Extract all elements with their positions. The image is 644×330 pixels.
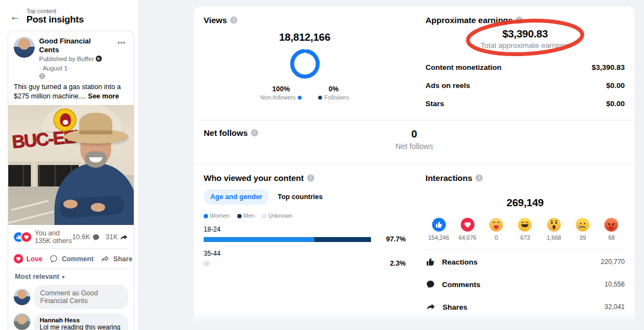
views-panel: Views i 18,812,166 100% Non-followers [194,7,416,120]
row-label: Reactions [442,258,478,266]
who-viewed-panel: Who viewed your content i Age and gender… [194,164,416,324]
reaction-count: 39 [571,234,595,241]
info-icon[interactable]: i [307,174,314,182]
followers-label: Followers [324,94,349,101]
row-label: Comments [442,280,481,289]
comment-text: Lol me reading this wearing my buccees p… [40,323,123,330]
comment-text-body: Lol me reading this wearing my buccees p… [40,323,121,330]
chevron-down-icon: ▾ [62,274,65,280]
reaction-care: 0 [484,218,509,241]
post-image[interactable]: BUC-EE'S [8,105,134,225]
avatar[interactable] [14,37,35,58]
comment-bubble-icon [425,279,435,289]
row-value: 32,041 [604,303,625,311]
love-label: Love [26,255,42,263]
row-value: $0.00 [606,81,625,90]
comment-sort-dropdown[interactable]: Most relevant ▾ [8,269,134,283]
interactions-total: 269,149 [425,197,625,209]
love-reaction-icon [21,232,31,242]
men-label: Men [243,212,254,219]
row-value: 220,770 [601,258,625,266]
row-label: Shares [443,303,467,311]
earnings-title: Approximate earnings [425,15,512,25]
views-donut-chart [289,48,321,80]
info-icon[interactable]: i [230,16,237,24]
love-button[interactable]: Love [10,252,46,266]
reaction-love: 64,076 [455,218,479,241]
reactions-breakdown: 154,246 64,076 0 673 1,668 [425,218,625,241]
info-icon[interactable]: i [516,16,523,24]
age-bar-18-24: 18-24 97.7% [204,226,406,243]
row-label: Ads on reels [425,81,470,90]
back-arrow-icon[interactable]: ← [10,12,20,21]
reaction-count: 154,246 [427,234,451,241]
non-followers-pct: 100% [260,85,302,93]
tab-age-and-gender[interactable]: Age and gender [204,189,269,205]
earnings-row-stars: Stars $0.00 [425,95,625,113]
views-total: 18,812,166 [204,31,406,43]
bar-track [204,237,375,242]
tab-top-countries[interactable]: Top countries [277,193,323,201]
bar-segment-women [204,237,314,242]
bar-label: 18-24 [204,226,406,233]
bar-track [204,261,375,266]
row-value: 10,556 [604,280,625,288]
row-label: Content monetization [425,63,501,72]
reaction-haha: 673 [513,218,537,241]
navy-dot-icon [318,96,322,100]
earnings-row-content-monetization: Content monetization $3,390.83 [425,58,625,76]
comment-input[interactable]: Comment as Good Financial Cents [34,285,128,309]
reaction-icons[interactable] [14,232,31,242]
share-outline-icon [100,254,110,263]
age-bar-35-44: 35-44 2.3% [204,250,406,267]
post-more-menu[interactable]: ⋯ [115,37,128,49]
net-follows-value: 0 [194,128,635,140]
reaction-sad: 39 [571,218,595,241]
comment-count[interactable]: 10.6K [72,233,100,241]
cowboy-hat-band [79,130,112,134]
reaction-summary-row: You and 135K others 10.6K 31K [8,225,134,249]
share-arrow-icon [119,233,128,241]
unknown-label: Unknown [268,212,292,219]
reaction-count: 0 [484,234,509,241]
comment-thread: Hannah Hess Lol me reading this wearing … [8,312,134,330]
commenter-avatar[interactable] [14,314,30,330]
commenter-name[interactable]: Hannah Hess [40,317,123,323]
row-label: Stars [425,100,444,108]
haha-reaction-icon [518,218,532,232]
buffer-badge-icon: b [96,56,102,62]
share-button[interactable]: Share [97,252,134,266]
angry-reaction-icon [604,218,618,232]
comment-composer: Comment as Good Financial Cents [8,283,134,312]
thumbs-up-icon [425,257,435,267]
interactions-row-comments: Comments 10,556 [425,273,625,295]
bar-segment-unknown [204,261,209,266]
comment-button[interactable]: Comment [46,252,97,266]
bar-percentage: 2.3% [380,260,406,267]
insights-panel: Views i 18,812,166 100% Non-followers [194,7,635,324]
see-more-link[interactable]: See more [88,92,119,100]
men-dot-icon [237,214,242,218]
wow-reaction-icon [547,218,561,232]
share-count[interactable]: 31K [106,233,128,241]
legend-non-followers: 100% Non-followers [260,85,302,101]
love-reaction-icon [461,218,474,232]
row-value: $0.00 [606,100,625,108]
share-arrow-icon [425,302,436,312]
sad-reaction-icon [576,218,590,232]
comment-bubble[interactable]: Hannah Hess Lol me reading this wearing … [34,314,128,330]
sort-label: Most relevant [15,273,59,280]
composer-avatar [14,289,30,305]
like-reaction-icon [432,218,446,232]
privacy-row [39,73,111,79]
interactions-row-reactions: Reactions 220,770 [425,250,625,273]
post-author[interactable]: Good Financial Cents [39,37,111,55]
bar-percentage: 97.7% [380,235,406,243]
info-icon[interactable]: i [476,174,483,182]
views-legend: 100% Non-followers 0% Followers [204,85,406,101]
reaction-summary-text[interactable]: You and 135K others [35,229,72,245]
non-followers-label: Non-followers [260,94,296,101]
interactions-row-shares: Shares 32,041 [425,295,625,318]
post-actions: Love Comment Share [8,249,134,268]
sidebar-header: ← Top content Post insights [0,0,139,30]
